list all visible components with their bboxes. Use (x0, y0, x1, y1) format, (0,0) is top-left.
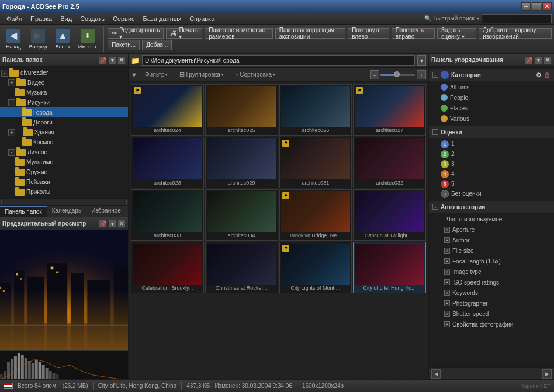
preview-close-button[interactable]: ✕ (117, 220, 126, 228)
tab-folders[interactable]: Панель папок (0, 206, 47, 217)
import-button[interactable]: ⬇ Импорт (75, 26, 100, 52)
maximize-button[interactable]: □ (532, 2, 541, 11)
thumb-item-3[interactable]: ⚑ architec027 (353, 84, 426, 136)
rating-4[interactable]: 4 4 (429, 169, 554, 179)
shutter-expand-icon[interactable]: + (444, 311, 450, 317)
rating-5[interactable]: 5 5 (429, 179, 554, 189)
pack1-button[interactable]: Пакетн... (108, 40, 140, 50)
sort-button[interactable]: ↕ Сортировка ▾ (231, 70, 279, 79)
category-places[interactable]: Places (429, 103, 554, 113)
menu-create[interactable]: Создать (76, 15, 109, 23)
up-button[interactable]: ▲ Вверх (52, 26, 74, 52)
thumb-item-1[interactable]: architec025 (205, 84, 278, 136)
category-albums[interactable]: Albums (429, 82, 554, 92)
rating-1[interactable]: 1 1 (429, 139, 554, 149)
print-button[interactable]: 🖨 Печать ▾ (166, 28, 202, 39)
auto-cat-photographer[interactable]: + Photographer (429, 298, 554, 308)
auto-categories-expand[interactable]: - (432, 204, 438, 210)
tree-item-weapons[interactable]: Оружие (0, 167, 128, 177)
forward-button[interactable]: ▶ Вперед (26, 26, 51, 52)
categories-section-header[interactable]: - Категории ⚙ 🗑 (429, 69, 554, 81)
auto-cat-frequently-used[interactable]: - Часто используемое (429, 214, 554, 224)
zoom-in-button[interactable]: + (417, 70, 426, 79)
keywords-expand-icon[interactable]: + (444, 290, 450, 296)
right-panel-scroll-up[interactable]: ◀ (431, 369, 441, 379)
panel-menu-button[interactable]: ▾ (108, 56, 116, 64)
search-input[interactable] (482, 14, 552, 23)
tree-horizontal-scroll[interactable] (0, 198, 128, 205)
tree-item-cosmos[interactable]: Космос (0, 137, 128, 147)
preview-pin-button[interactable]: 📌 (99, 220, 107, 228)
minimize-button[interactable]: ─ (521, 2, 531, 11)
author-expand-icon[interactable]: + (444, 237, 450, 243)
filter-button[interactable]: Фильтр ▾ (141, 70, 172, 79)
category-various[interactable]: Various (429, 113, 554, 124)
menu-service[interactable]: Сервис (109, 15, 139, 23)
thumb-item-10[interactable]: ⚑ Brooklyn Bridge, Ne... (279, 189, 352, 241)
photographer-expand-icon[interactable]: + (444, 300, 450, 306)
menu-view[interactable]: Вид (56, 15, 76, 23)
auto-cat-aperture[interactable]: + Aperture (429, 224, 554, 235)
thumb-item-8[interactable]: architec033 (131, 189, 204, 241)
group-button[interactable]: ⊞ Группировка ▾ (175, 70, 227, 79)
zoom-thumb[interactable] (394, 71, 400, 77)
tree-item-multimeda[interactable]: Мультиме... (0, 157, 128, 167)
thumb-item-5[interactable]: architec029 (205, 137, 278, 188)
auto-cat-keywords[interactable]: + Keywords (429, 287, 554, 298)
rating-3[interactable]: 3 3 (429, 159, 554, 169)
preview-menu-button[interactable]: ▾ (108, 220, 116, 228)
tree-expand-personal[interactable]: - (8, 149, 15, 156)
rotate-left-button[interactable]: Повернуть влево (348, 28, 389, 39)
imagetype-expand-icon[interactable]: + (444, 269, 450, 275)
address-go-button[interactable]: ▾ (417, 55, 426, 66)
rotate-right-button[interactable]: Повернуть вправо (392, 28, 435, 39)
auto-cat-iso[interactable]: + ISO speed ratings (429, 277, 554, 287)
thumb-item-9[interactable]: architec034 (205, 189, 278, 241)
auto-categories-section-header[interactable]: - Авто категории (429, 201, 554, 213)
thumb-item-2[interactable]: architec026 (279, 84, 352, 136)
tab-favorites[interactable]: Избранное (86, 206, 126, 217)
thumbnail-grid[interactable]: ⚑ architec024 architec025 architec026 (129, 82, 428, 379)
right-panel-close-button[interactable]: ✕ (543, 56, 552, 64)
tree-expand-video[interactable]: + (8, 79, 15, 86)
tree-item-landscapes[interactable]: Пейзажи (0, 177, 128, 187)
back-button[interactable]: ◀ Назад (2, 26, 25, 52)
right-panel-menu-button[interactable]: ▾ (534, 56, 542, 64)
auto-cat-filesize[interactable]: + File size (429, 245, 554, 256)
menu-edit[interactable]: Правка (26, 15, 56, 23)
rating-2[interactable]: 2 2 (429, 149, 554, 159)
focal-expand-icon[interactable]: + (444, 258, 450, 264)
thumb-item-12[interactable]: Celebration, Brookly... (131, 242, 204, 293)
thumb-item-13[interactable]: Christmas at Rockef... (205, 242, 278, 293)
photoprops-expand-icon[interactable]: + (444, 321, 450, 327)
tree-item-buildings[interactable]: + Здания (0, 127, 128, 137)
panel-close-button[interactable]: ✕ (117, 56, 126, 64)
ratings-section-header[interactable]: - Оценки (429, 126, 554, 138)
auto-cat-image-type[interactable]: + Image type (429, 266, 554, 277)
right-panel-scroll-down[interactable]: ▶ (542, 369, 552, 379)
auto-cat-photo-props[interactable]: + Свойства фотографии (429, 319, 554, 329)
folder-tree[interactable]: - divureader + Видео Музыка (0, 67, 128, 198)
thumb-item-7[interactable]: architec032 (353, 137, 426, 188)
tree-item-pictures[interactable]: - Рисунки (0, 98, 128, 107)
tree-item-personal[interactable]: - Личное (0, 147, 128, 157)
menu-file[interactable]: Файл (2, 15, 26, 23)
thumb-item-4[interactable]: architec028 (131, 137, 204, 188)
zoom-slider[interactable] (380, 74, 416, 76)
rating-none[interactable]: ○ Без оценки (429, 189, 554, 199)
thumb-item-14[interactable]: ⚑ City Lights of Montr... (279, 242, 352, 293)
category-people[interactable]: People (429, 92, 554, 103)
tree-item-jokes[interactable]: Приколы (0, 187, 128, 197)
thumb-item-6[interactable]: ⚑ architec031 (279, 137, 352, 188)
rate-button[interactable]: Задать оценку ▾ (437, 28, 476, 39)
address-input[interactable] (142, 55, 415, 66)
ratings-expand[interactable]: - (432, 129, 438, 135)
panel-pin-button[interactable]: 📌 (99, 56, 107, 64)
right-panel-pin-button[interactable]: 📌 (525, 56, 533, 64)
close-button[interactable]: ✕ (542, 2, 552, 11)
tree-item-music[interactable]: Музыка (0, 88, 128, 98)
tree-item-video[interactable]: + Видео (0, 78, 128, 88)
filesize-expand-icon[interactable]: + (444, 248, 450, 254)
thumb-item-11[interactable]: Cancun at Twilight, ... (353, 189, 426, 241)
aperture-expand-icon[interactable]: + (444, 227, 450, 233)
